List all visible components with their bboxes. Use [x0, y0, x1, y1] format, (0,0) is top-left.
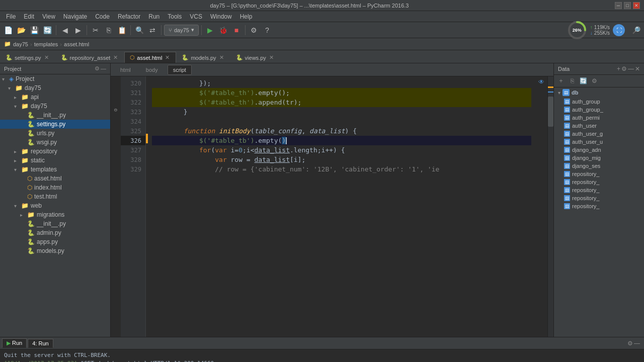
code-content[interactable]: }); $('#table_th') . empty (); $: [148, 76, 535, 337]
tree-item-api[interactable]: ▸ 📁 api: [0, 93, 110, 102]
editor-tab-html[interactable]: html: [115, 65, 136, 75]
rp-close-icon[interactable]: ✕: [635, 65, 640, 72]
sync-button[interactable]: 🔄: [41, 24, 53, 36]
menu-vcs[interactable]: VCS: [186, 12, 206, 21]
tree-item-day75-root[interactable]: ▾ 📁 day75: [0, 83, 110, 93]
cut-button[interactable]: ✂: [90, 24, 102, 36]
tree-item-migrations[interactable]: ▸ 📁 migrations: [0, 210, 110, 219]
breadcrumb-item-templates[interactable]: templates ›: [34, 41, 62, 47]
open-button[interactable]: 📂: [15, 24, 27, 36]
tree-item-admin[interactable]: 🐍 admin.py: [0, 228, 110, 237]
bottom-minimize-icon[interactable]: —: [634, 340, 640, 347]
tab-asset-html[interactable]: ⬡ asset.html ✕: [124, 52, 176, 63]
menu-view[interactable]: View: [38, 12, 59, 21]
search2-button[interactable]: 🔎: [630, 24, 642, 36]
maximize-button[interactable]: □: [624, 2, 631, 9]
scrollbar[interactable]: [547, 76, 553, 337]
tree-item-project[interactable]: ▾ ◈ Project: [0, 74, 110, 83]
search-button[interactable]: 🔍: [133, 24, 145, 36]
db-django-adn[interactable]: ▤ django_adn: [554, 146, 644, 154]
tree-item-wsgi[interactable]: 🐍 wsgi.py: [0, 138, 110, 147]
rp-btn-4[interactable]: ⚙: [589, 76, 599, 86]
editor-tab-script[interactable]: script: [168, 65, 192, 75]
rp-btn-1[interactable]: +: [556, 76, 566, 86]
tab-close-repository[interactable]: ✕: [112, 54, 119, 61]
tree-item-test-html[interactable]: ⬡ test.html: [0, 192, 110, 201]
tree-item-asset-html[interactable]: ⬡ asset.html: [0, 174, 110, 183]
tree-item-repository[interactable]: ▸ 📁 repository: [0, 147, 110, 156]
tree-item-index-html[interactable]: ⬡ index.html: [0, 183, 110, 192]
rp-config-icon[interactable]: ⚙: [621, 65, 627, 72]
tree-item-apps[interactable]: 🐍 apps.py: [0, 237, 110, 246]
back-button[interactable]: ◀: [59, 24, 71, 36]
tree-item-day75-sub[interactable]: ▾ 📁 day75: [0, 102, 110, 111]
tree-item-settings[interactable]: 🐍 settings.py: [0, 120, 110, 129]
code-editor[interactable]: ⊖ 320 321 322 323 324 325 326 327 328: [111, 76, 553, 337]
tab-models[interactable]: 🐍 models.py ✕: [176, 52, 230, 63]
tab-views[interactable]: 🐍 views.py ✕: [230, 52, 280, 63]
debug-button[interactable]: 🐞: [217, 24, 229, 36]
tree-item-web[interactable]: ▾ 📁 web: [0, 201, 110, 210]
db-repository-5[interactable]: ▤ repository_: [554, 202, 644, 210]
db-auth-user-u[interactable]: ▤ auth_user_u: [554, 138, 644, 146]
menu-window[interactable]: Window: [206, 12, 236, 21]
tree-item-init2[interactable]: 🐍 __init__.py: [0, 219, 110, 228]
more-button[interactable]: ⚙: [248, 24, 260, 36]
db-auth-group-2[interactable]: ▤ auth_group_: [554, 106, 644, 114]
tab-repository[interactable]: 🐍 repository_asset ✕: [55, 52, 125, 63]
tree-item-templates[interactable]: ▾ 📁 templates: [0, 165, 110, 174]
db-repository-4[interactable]: ▤ repository_: [554, 194, 644, 202]
tab-close-asset[interactable]: ✕: [164, 54, 171, 61]
rp-minimize-icon[interactable]: —: [628, 65, 634, 72]
forward-button[interactable]: ▶: [72, 24, 84, 36]
new-file-button[interactable]: 📄: [2, 24, 14, 36]
close-button[interactable]: ✕: [633, 2, 640, 9]
rp-add-icon[interactable]: +: [617, 65, 620, 72]
breadcrumb-item-day75[interactable]: 📁 day75 ›: [4, 41, 32, 47]
db-repository-2[interactable]: ▤ repository_: [554, 178, 644, 186]
db-django-mig[interactable]: ▤ django_mig: [554, 154, 644, 162]
help2-button[interactable]: ?: [261, 24, 273, 36]
scroll-thumb[interactable]: [548, 97, 553, 127]
tab-close-settings[interactable]: ✕: [43, 54, 50, 61]
db-auth-group-1[interactable]: ▤ auth_group: [554, 98, 644, 106]
menu-help[interactable]: Help: [236, 12, 257, 21]
network-icon[interactable]: ⛶: [613, 24, 625, 36]
tree-item-urls[interactable]: 🐍 urls.py: [0, 129, 110, 138]
branch-button[interactable]: ⑂ day75 ▾: [164, 25, 199, 36]
menu-run[interactable]: Run: [144, 12, 164, 21]
minimize-button[interactable]: ─: [615, 2, 622, 9]
tab-settings[interactable]: 🐍 settings.py ✕: [0, 52, 55, 63]
db-auth-user[interactable]: ▤ auth_user: [554, 122, 644, 130]
bottom-tab-day75[interactable]: 4: Run: [28, 339, 53, 348]
tab-close-models[interactable]: ✕: [218, 54, 225, 61]
stop-button[interactable]: ■: [230, 24, 243, 36]
paste-button[interactable]: 📋: [116, 24, 128, 36]
db-auth-user-g[interactable]: ▤ auth_user_g: [554, 130, 644, 138]
menu-code[interactable]: Code: [91, 12, 114, 21]
menu-edit[interactable]: Edit: [20, 12, 38, 21]
project-gear-icon[interactable]: ⚙: [95, 65, 100, 72]
rp-btn-2[interactable]: ⎘: [567, 76, 577, 86]
editor-tab-body[interactable]: body: [140, 65, 164, 75]
menu-file[interactable]: File: [2, 12, 20, 21]
copy-button[interactable]: ⎘: [103, 24, 115, 36]
eye-icon[interactable]: 👁: [538, 77, 544, 87]
perf-indicator[interactable]: 26%: [567, 20, 587, 40]
replace-button[interactable]: ⇄: [146, 24, 158, 36]
menu-refactor[interactable]: Refactor: [114, 12, 144, 21]
tree-item-models-web[interactable]: 🐍 models.py: [0, 246, 110, 255]
run-button[interactable]: ▶: [204, 24, 216, 36]
db-auth-permi[interactable]: ▤ auth_permi: [554, 114, 644, 122]
db-repository-1[interactable]: ▤ repository_: [554, 170, 644, 178]
bottom-tab-run[interactable]: ▶ Run: [2, 338, 27, 348]
breadcrumb-item-file[interactable]: asset.html: [64, 41, 89, 47]
bottom-config-icon[interactable]: ⚙: [627, 340, 633, 347]
db-repository-3[interactable]: ▤ repository_: [554, 186, 644, 194]
menu-tools[interactable]: Tools: [164, 12, 186, 21]
save-button[interactable]: 💾: [28, 24, 40, 36]
tab-close-views[interactable]: ✕: [268, 54, 275, 61]
tree-item-static[interactable]: ▸ 📁 static: [0, 156, 110, 165]
rp-btn-3[interactable]: 🔄: [578, 76, 588, 86]
db-root-item[interactable]: ▾ ▤ db: [554, 87, 644, 98]
